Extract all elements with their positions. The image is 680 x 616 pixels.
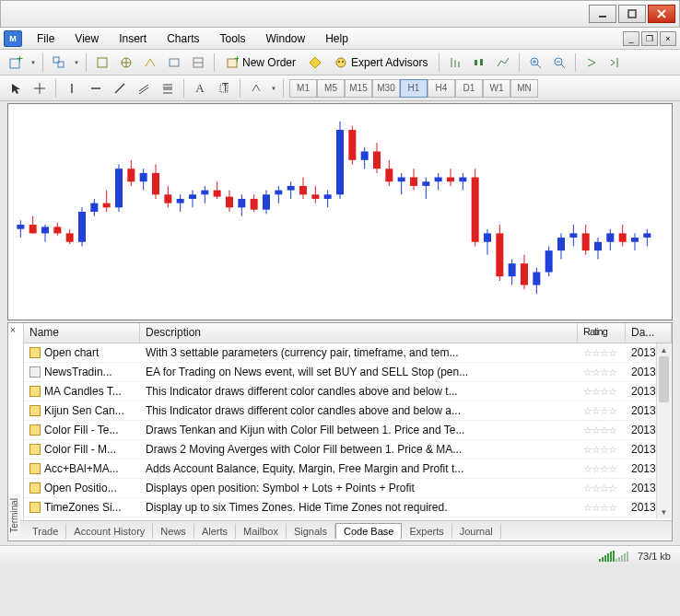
crosshair-icon[interactable] bbox=[29, 78, 50, 99]
column-rating[interactable]: Rating bbox=[578, 323, 626, 343]
market-watch-icon[interactable] bbox=[92, 52, 112, 73]
timeframe-h4[interactable]: H4 bbox=[428, 79, 455, 98]
dropdown-icon[interactable]: ▼ bbox=[270, 86, 277, 91]
bar-chart-icon[interactable] bbox=[445, 52, 465, 73]
tab-trade[interactable]: Trade bbox=[25, 524, 66, 539]
svg-rect-82 bbox=[226, 197, 233, 208]
menu-help[interactable]: Help bbox=[320, 30, 354, 47]
item-rating[interactable]: ☆☆☆☆ bbox=[578, 500, 626, 516]
column-name[interactable]: Name bbox=[24, 323, 140, 343]
menu-file[interactable]: File bbox=[31, 30, 60, 47]
table-row[interactable]: Acc+BAl+MA...Adds Account Balance, Equit… bbox=[24, 459, 672, 479]
tab-account-history[interactable]: Account History bbox=[66, 524, 153, 539]
cursor-icon[interactable] bbox=[6, 78, 26, 99]
svg-rect-104 bbox=[361, 151, 369, 159]
candlestick-icon[interactable] bbox=[469, 52, 489, 73]
tab-mailbox[interactable]: Mailbox bbox=[236, 524, 287, 539]
svg-rect-78 bbox=[201, 191, 208, 195]
scroll-thumb[interactable] bbox=[659, 356, 669, 402]
column-description[interactable]: Description bbox=[140, 323, 578, 343]
item-rating[interactable]: ☆☆☆☆ bbox=[578, 345, 626, 361]
item-rating[interactable]: ☆☆☆☆ bbox=[578, 384, 626, 400]
menu-charts[interactable]: Charts bbox=[161, 30, 205, 47]
drawing-toolbar: A T ▼ M1M5M15M30H1H4D1W1MN bbox=[0, 76, 680, 101]
expert-advisors-button[interactable]: Expert Advisors bbox=[329, 52, 433, 73]
dropdown-icon[interactable]: ▼ bbox=[73, 60, 80, 65]
zoom-in-icon[interactable] bbox=[525, 52, 545, 73]
timeframe-mn[interactable]: MN bbox=[510, 79, 538, 98]
item-rating[interactable]: ☆☆☆☆ bbox=[578, 481, 626, 496]
trendline-icon[interactable] bbox=[110, 78, 130, 99]
item-name: NewsTradin... bbox=[44, 366, 112, 378]
terminal-icon[interactable] bbox=[164, 52, 184, 73]
new-order-button[interactable]: + New Order bbox=[220, 52, 301, 73]
svg-rect-56 bbox=[66, 233, 74, 241]
tab-experts[interactable]: Experts bbox=[402, 524, 451, 539]
fibonacci-icon[interactable] bbox=[158, 78, 178, 99]
table-row[interactable]: TimeZones Si...Display up to six Times Z… bbox=[24, 498, 672, 517]
menu-tools[interactable]: Tools bbox=[215, 30, 252, 47]
minimize-button[interactable] bbox=[589, 5, 616, 23]
horizontal-line-icon[interactable] bbox=[86, 78, 106, 99]
svg-rect-66 bbox=[127, 169, 135, 181]
zoom-out-icon[interactable] bbox=[549, 52, 569, 73]
timeframe-h1[interactable]: H1 bbox=[400, 79, 428, 98]
timeframe-d1[interactable]: D1 bbox=[455, 79, 483, 98]
timeframe-w1[interactable]: W1 bbox=[483, 79, 510, 98]
maximize-button[interactable] bbox=[618, 5, 646, 23]
item-rating[interactable]: ☆☆☆☆ bbox=[578, 423, 626, 438]
equidistant-channel-icon[interactable] bbox=[134, 78, 154, 99]
tab-signals[interactable]: Signals bbox=[287, 524, 335, 539]
item-rating[interactable]: ☆☆☆☆ bbox=[578, 442, 626, 458]
mdi-close-button[interactable]: × bbox=[660, 31, 676, 46]
item-icon bbox=[29, 366, 41, 378]
tab-alerts[interactable]: Alerts bbox=[194, 524, 236, 539]
table-row[interactable]: NewsTradin...EA for Trading on News even… bbox=[24, 363, 672, 382]
timeframe-m15[interactable]: M15 bbox=[345, 79, 372, 98]
arrows-icon[interactable] bbox=[246, 78, 266, 99]
connection-bars-icon bbox=[599, 551, 628, 562]
metaeditor-icon[interactable] bbox=[305, 52, 325, 73]
item-icon bbox=[29, 386, 41, 397]
new-chart-icon[interactable]: + bbox=[6, 52, 26, 73]
item-rating[interactable]: ☆☆☆☆ bbox=[578, 365, 626, 380]
tab-news[interactable]: News bbox=[153, 524, 194, 539]
table-row[interactable]: Kijun Sen Can...This Indicator draws dif… bbox=[24, 401, 672, 421]
table-row[interactable]: Open Positio...Displays open position: S… bbox=[24, 479, 672, 498]
mdi-minimize-button[interactable]: _ bbox=[623, 31, 639, 46]
timeframe-m30[interactable]: M30 bbox=[372, 79, 400, 98]
vertical-scrollbar[interactable]: ▲ ▼ bbox=[656, 343, 671, 518]
timeframe-m5[interactable]: M5 bbox=[317, 79, 345, 98]
column-date[interactable]: Da... bbox=[626, 323, 672, 343]
item-rating[interactable]: ☆☆☆☆ bbox=[578, 461, 626, 477]
menu-view[interactable]: View bbox=[69, 30, 104, 47]
profiles-icon[interactable] bbox=[49, 52, 69, 73]
dropdown-icon[interactable]: ▼ bbox=[29, 60, 37, 65]
scroll-down-icon[interactable]: ▼ bbox=[657, 506, 671, 518]
table-row[interactable]: MA Candles T...This Indicator draws diff… bbox=[24, 382, 672, 401]
text-icon[interactable]: A bbox=[190, 78, 210, 99]
tab-code-base[interactable]: Code Base bbox=[335, 523, 402, 540]
close-button[interactable] bbox=[648, 5, 675, 23]
menu-insert[interactable]: Insert bbox=[113, 30, 152, 47]
tab-journal[interactable]: Journal bbox=[452, 524, 501, 539]
table-row[interactable]: Color Fill - Te...Draws Tenkan and Kijun… bbox=[24, 421, 672, 440]
candlestick-chart[interactable] bbox=[7, 103, 673, 320]
navigator-icon[interactable] bbox=[116, 52, 136, 73]
table-row[interactable]: Open chartWith 3 settable parameters (cu… bbox=[24, 343, 672, 363]
text-label-icon[interactable]: T bbox=[214, 78, 234, 99]
line-chart-icon[interactable] bbox=[493, 52, 513, 73]
close-panel-icon[interactable]: × bbox=[10, 325, 21, 336]
mdi-restore-button[interactable]: ❐ bbox=[641, 31, 658, 46]
strategy-tester-icon[interactable] bbox=[188, 52, 208, 73]
table-row[interactable]: Color Fill - M...Draws 2 Moving Averges … bbox=[24, 440, 672, 459]
item-rating[interactable]: ☆☆☆☆ bbox=[578, 403, 626, 419]
svg-rect-146 bbox=[619, 233, 627, 241]
scroll-up-icon[interactable]: ▲ bbox=[657, 343, 671, 356]
auto-scroll-icon[interactable] bbox=[581, 52, 602, 73]
data-window-icon[interactable] bbox=[140, 52, 160, 73]
vertical-line-icon[interactable] bbox=[62, 78, 82, 99]
menu-window[interactable]: Window bbox=[261, 30, 311, 47]
chart-shift-icon[interactable] bbox=[605, 52, 626, 73]
timeframe-m1[interactable]: M1 bbox=[289, 79, 317, 98]
